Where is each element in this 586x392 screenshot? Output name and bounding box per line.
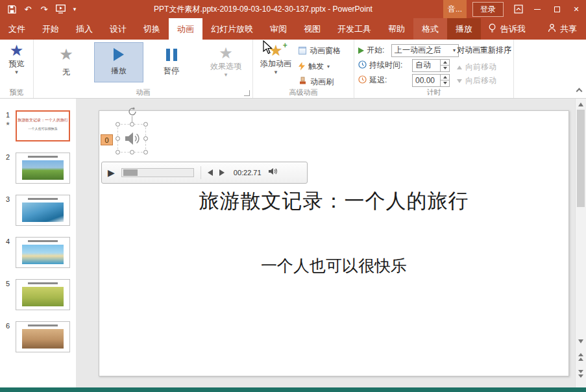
animation-play-label: 播放 <box>111 66 127 77</box>
slide-subtitle[interactable]: 一个人也可以很快乐 <box>99 255 568 276</box>
ribbon-display-options-icon[interactable] <box>509 0 528 18</box>
person-icon <box>548 23 556 34</box>
add-animation-star-icon: ★ <box>269 42 283 59</box>
animation-number-badge[interactable]: 0 <box>101 134 113 145</box>
effect-options-star-icon: ★ <box>219 45 233 61</box>
slide-thumbnail-3[interactable]: 3 <box>0 195 76 226</box>
tab-help[interactable]: 帮助 <box>380 18 413 40</box>
ribbon: ★ 预览 ▾ 预览 ★ 无 播放 暂停 ★ 效果选项 ▾ 动画 <box>0 40 586 99</box>
slide-number: 6 <box>6 322 10 330</box>
tab-developer[interactable]: 开发工具 <box>329 18 380 40</box>
start-from-beginning-icon[interactable] <box>55 4 66 14</box>
landscape-photo <box>22 160 64 180</box>
tab-playback[interactable]: 播放 <box>447 18 481 40</box>
thumb-title-text: 旅游散文记录：一个人的旅行 <box>17 117 69 123</box>
sign-in-button[interactable]: 登录 <box>472 2 504 17</box>
collapse-ribbon-icon[interactable] <box>576 88 583 95</box>
preview-button[interactable]: ★ 预览 ▾ <box>0 40 33 75</box>
slide-canvas[interactable]: 0 ▶ <box>99 110 569 376</box>
slide-editor: 0 ▶ <box>76 99 575 387</box>
preview-group-label: 预览 <box>0 88 33 97</box>
selection-handle[interactable] <box>116 122 120 127</box>
tab-slideshow[interactable]: 幻灯片放映 <box>202 18 262 40</box>
redo-icon[interactable]: ↷ <box>39 4 49 14</box>
selection-handle[interactable] <box>143 122 148 127</box>
status-bar <box>0 387 586 392</box>
titlebar-right: 音... 登录 ✕ <box>443 0 586 18</box>
scrollbar-thumb[interactable] <box>577 110 585 207</box>
next-slide-button[interactable] <box>576 367 586 381</box>
animation-pane-button[interactable]: 动画窗格 <box>299 44 341 57</box>
selection-handle[interactable] <box>130 122 134 127</box>
duration-clock-icon <box>358 60 367 71</box>
start-dropdown[interactable]: 上一动画之后 ▾ <box>391 44 459 57</box>
timing-group-label: 计时 <box>354 88 513 97</box>
close-button[interactable]: ✕ <box>567 0 586 18</box>
chevron-down-icon: ▾ <box>453 47 456 53</box>
tab-animations[interactable]: 动画 <box>169 18 202 40</box>
selection-handle[interactable] <box>143 150 148 154</box>
tab-view[interactable]: 视图 <box>295 18 329 40</box>
spinner-arrows-icon[interactable] <box>440 75 449 86</box>
none-star-icon: ★ <box>59 47 73 62</box>
tab-home[interactable]: 开始 <box>34 18 67 40</box>
slide-title[interactable]: 旅游散文记录：一个人的旅行 <box>99 188 568 215</box>
minimize-button[interactable] <box>528 0 547 18</box>
tab-review[interactable]: 审阅 <box>262 18 295 40</box>
reorder-label: 对动画重新排序 <box>457 45 511 56</box>
animation-play-button[interactable]: 播放 <box>94 42 143 82</box>
preview-label: 预览 <box>9 60 25 68</box>
duration-spinner[interactable]: 自动 <box>412 59 450 72</box>
move-earlier-button[interactable]: 向前移动 <box>457 60 511 74</box>
save-icon[interactable] <box>6 4 17 14</box>
audio-timeline-thumb[interactable] <box>123 169 138 176</box>
animation-none-button[interactable]: ★ 无 <box>42 42 91 82</box>
audio-step-forward-icon[interactable] <box>219 169 225 176</box>
delay-spinner[interactable]: 00.00 <box>412 74 450 87</box>
brush-icon <box>299 77 307 87</box>
vertical-scrollbar[interactable] <box>575 99 586 387</box>
tab-transitions[interactable]: 切换 <box>135 18 169 40</box>
volume-icon[interactable] <box>268 167 278 178</box>
duration-value: 自动 <box>413 60 440 71</box>
move-later-button[interactable]: 向后移动 <box>457 74 511 88</box>
add-animation-button[interactable]: ★ + 添加动画 ▾ <box>256 40 296 75</box>
tab-file[interactable]: 文件 <box>0 18 34 40</box>
share-button[interactable]: 共享 <box>539 18 586 40</box>
selection-handle[interactable] <box>130 150 134 154</box>
tab-insert[interactable]: 插入 <box>67 18 101 40</box>
maximize-button[interactable] <box>547 0 567 18</box>
selection-handle[interactable] <box>116 136 120 141</box>
selection-handle[interactable] <box>116 150 120 154</box>
ribbon-tab-bar: 文件 开始 插入 设计 切换 动画 幻灯片放映 审阅 视图 开发工具 帮助 格式… <box>0 18 586 40</box>
rotation-handle[interactable] <box>127 106 138 117</box>
scroll-up-icon[interactable] <box>576 99 586 109</box>
slide-thumbnail-2[interactable]: 2 <box>0 153 76 184</box>
tell-me-button[interactable]: 告诉我 <box>481 18 533 40</box>
animation-painter-button[interactable]: 动画刷 <box>299 75 341 88</box>
sea-photo <box>22 202 64 222</box>
animation-gallery: ★ 无 播放 暂停 <box>42 42 196 82</box>
plus-icon: + <box>283 41 287 50</box>
slide-thumbnail-6[interactable]: 6 <box>0 321 76 352</box>
tab-format[interactable]: 格式 <box>413 18 447 40</box>
chevron-down-icon: ▾ <box>275 69 278 75</box>
audio-timeline[interactable] <box>121 168 194 177</box>
slide-thumbnail-4[interactable]: 4 <box>0 237 76 268</box>
undo-icon[interactable]: ↶ <box>23 4 33 14</box>
audio-object[interactable] <box>117 124 146 153</box>
animation-pause-button[interactable]: 暂停 <box>147 42 196 82</box>
audio-play-button[interactable]: ▶ <box>108 168 115 177</box>
selection-handle[interactable] <box>143 136 148 141</box>
scroll-down-icon[interactable] <box>576 336 586 346</box>
slide-thumbnail-1[interactable]: 1 ★ 旅游散文记录：一个人的旅行 一个人也可以很快乐 <box>0 110 76 141</box>
slide-thumbnail-5[interactable]: 5 <box>0 279 76 310</box>
field-photo <box>22 287 64 306</box>
trigger-button[interactable]: 触发 ▾ <box>299 60 341 73</box>
tab-design[interactable]: 设计 <box>101 18 135 40</box>
effect-options-button[interactable]: ★ 效果选项 ▾ <box>201 42 250 78</box>
previous-slide-button[interactable] <box>576 350 586 364</box>
spinner-arrows-icon[interactable] <box>440 60 449 71</box>
audio-step-back-icon[interactable] <box>208 169 213 176</box>
customize-qat-icon[interactable]: ▾ <box>71 4 78 14</box>
